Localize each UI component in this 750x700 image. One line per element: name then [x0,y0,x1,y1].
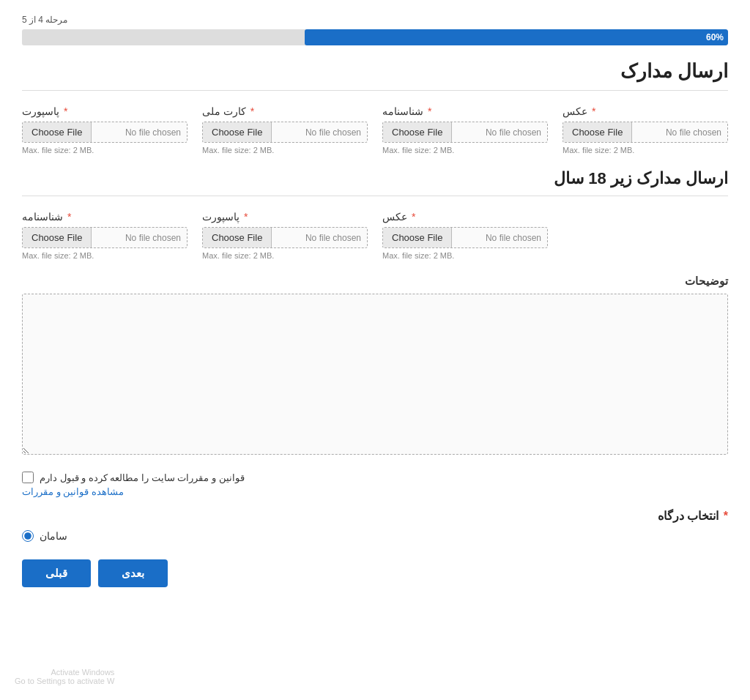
national-card-file-name: No file chosen [272,122,367,142]
progress-label: مرحله 4 از 5 [22,15,728,25]
photo-max-size: .Max. file size: 2 MB [562,146,634,154]
progress-bar-background: 60% [22,29,728,45]
section1-upload-grid: * پاسپورت Choose File No file chosen .Ma… [22,105,728,154]
passport-u18-required-star: * [244,211,248,223]
id-card-file-input-wrapper: Choose File No file chosen [382,122,548,143]
photo-u18-label: * عکس [382,211,415,223]
upload-item-national-card: * کارت ملی Choose File No file chosen .M… [202,105,368,154]
section2-title: ارسال مدارک زیر 18 سال [22,169,728,188]
terms-checkbox[interactable] [22,472,34,483]
section1-divider [22,90,728,91]
terms-section: قوانین و مقررات سایت را مطالعه کرده و قب… [22,472,728,497]
prev-button[interactable]: قبلی [22,559,91,587]
id-card-u18-label: * شناسنامه [22,211,71,223]
id-card-label: * شناسنامه [382,105,431,117]
national-card-file-input-wrapper: Choose File No file chosen [202,122,368,143]
id-card-required-star: * [428,105,431,117]
upload-item-id-card-u18: * شناسنامه Choose File No file chosen .M… [22,211,188,260]
national-card-max-size: .Max. file size: 2 MB [202,146,274,154]
description-label: توضیحات [22,275,728,288]
passport-max-size: .Max. file size: 2 MB [22,146,94,154]
radio-saman-label: سامان [40,530,67,542]
upload-item-passport: * پاسپورت Choose File No file chosen .Ma… [22,105,188,154]
passport-u18-file-input-wrapper: Choose File No file chosen [202,227,368,248]
passport-file-input-wrapper: Choose File No file chosen [22,122,188,143]
photo-label: * عکس [562,105,595,117]
description-section: توضیحات [22,275,728,457]
photo-u18-max-size: .Max. file size: 2 MB [382,251,454,260]
passport-choose-file-button[interactable]: Choose File [23,122,92,142]
id-card-u18-file-input-wrapper: Choose File No file chosen [22,227,188,248]
progress-bar-fill [305,29,728,45]
next-button[interactable]: بعدی [98,559,168,587]
buttons-section: قبلی بعدی [22,559,728,587]
gateway-required-star: * [724,510,728,522]
photo-choose-file-button[interactable]: Choose File [563,122,632,142]
passport-file-name: No file chosen [92,122,187,142]
terms-link[interactable]: مشاهده قوانین و مقررات [22,486,124,497]
progress-section: مرحله 4 از 5 60% [22,15,728,45]
section2-upload-grid: * شناسنامه Choose File No file chosen .M… [22,211,728,260]
passport-u18-choose-file-button[interactable]: Choose File [203,228,272,247]
id-card-u18-max-size: .Max. file size: 2 MB [22,251,94,260]
id-card-u18-file-name: No file chosen [92,228,187,247]
photo-file-input-wrapper: Choose File No file chosen [562,122,728,143]
passport-u18-file-name: No file chosen [272,228,367,247]
page-container: مرحله 4 از 5 60% ارسال مدارک * پاسپورت C… [0,0,750,700]
passport-u18-label: * پاسپورت [202,211,248,223]
passport-u18-max-size: .Max. file size: 2 MB [202,251,274,260]
national-card-label: * کارت ملی [202,105,254,117]
section2-divider [22,196,728,196]
radio-option-saman: سامان [22,530,728,542]
id-card-choose-file-button[interactable]: Choose File [383,122,452,142]
national-card-required-star: * [250,105,254,117]
watermark: Activate WindowsGo to Settings to activa… [15,668,114,685]
photo-required-star: * [592,105,595,117]
photo-u18-choose-file-button[interactable]: Choose File [383,228,452,247]
national-card-choose-file-button[interactable]: Choose File [203,122,272,142]
radio-saman[interactable] [22,530,34,542]
section2: ارسال مدارک زیر 18 سال * شناسنامه Choose… [22,169,728,260]
description-textarea[interactable] [22,294,728,455]
upload-item-id-card: * شناسنامه Choose File No file chosen .M… [382,105,548,154]
photo-u18-file-name: No file chosen [452,228,547,247]
section1: ارسال مدارک * پاسپورت Choose File No fil… [22,60,728,154]
terms-text: قوانین و مقررات سایت را مطالعه کرده و قب… [40,472,245,483]
passport-label: * پاسپورت [22,105,67,117]
gateway-section: * انتخاب درگاه سامان [22,509,728,542]
section1-title: ارسال مدارک [22,60,728,83]
photo-file-name: No file chosen [632,122,727,142]
photo-u18-file-input-wrapper: Choose File No file chosen [382,227,548,248]
upload-item-passport-u18: * پاسپورت Choose File No file chosen .Ma… [202,211,368,260]
id-card-u18-required-star: * [67,211,71,223]
passport-required-star: * [64,105,67,117]
id-card-file-name: No file chosen [452,122,547,142]
upload-item-photo-u18: * عکس Choose File No file chosen .Max. f… [382,211,548,260]
upload-item-photo: * عکس Choose File No file chosen .Max. f… [562,105,728,154]
progress-bar-text: 60% [706,32,724,42]
id-card-max-size: .Max. file size: 2 MB [382,146,454,154]
id-card-u18-choose-file-button[interactable]: Choose File [23,228,92,247]
gateway-label: * انتخاب درگاه [22,509,728,523]
photo-u18-required-star: * [412,211,415,223]
terms-row: قوانین و مقررات سایت را مطالعه کرده و قب… [22,472,245,483]
